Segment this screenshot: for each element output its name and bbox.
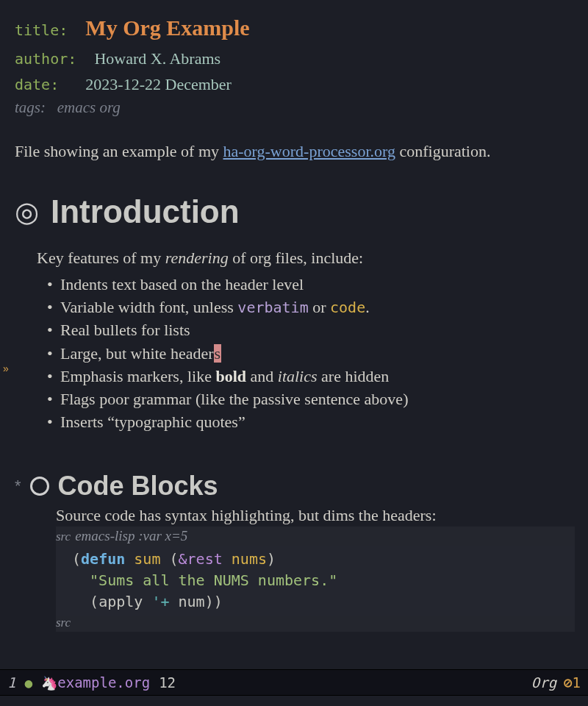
feature-list: Indents text based on the header level V… <box>47 273 575 434</box>
list-item: Large, but white headers <box>47 342 575 365</box>
src-block-end: src <box>56 616 575 632</box>
window-number: 1 <box>7 674 15 691</box>
doc-title: My Org Example <box>85 15 249 40</box>
doc-date: 2023-12-22 December <box>85 75 232 93</box>
heading-code-blocks[interactable]: * Code Blocks <box>15 471 575 502</box>
doc-author: Howard X. Abrams <box>94 49 220 68</box>
section-introduction-body: Key features of my rendering of org file… <box>37 246 575 434</box>
meta-key-title: title <box>15 21 59 39</box>
heading-star-icon: * <box>15 477 21 496</box>
section-code-body: Source code has syntax highlighting, but… <box>56 506 575 632</box>
meta-key-author: author <box>15 50 68 68</box>
verbatim-text: verbatim <box>237 299 308 316</box>
fringe-arrow-icon: » <box>3 363 9 374</box>
heading-introduction[interactable]: ◎ Introduction <box>15 193 575 230</box>
text-cursor: s <box>214 344 222 363</box>
intro-paragraph: File showing an example of my ha-org-wor… <box>15 140 575 163</box>
buffer-filename[interactable]: example.org <box>57 674 150 691</box>
cursor-column: 12 <box>159 674 176 691</box>
list-item: Indents text based on the header level <box>47 273 575 296</box>
heading-bullet-icon: ◎ <box>15 198 39 226</box>
list-item: Flags poor grammar (like the passive sen… <box>47 388 575 410</box>
list-item: Real bullets for lists <box>47 318 575 341</box>
meta-title-line: title: My Org Example <box>15 10 575 46</box>
warning-icon[interactable]: ⊘ <box>564 674 572 691</box>
meta-author-line: author: Howard X. Abrams <box>15 46 575 71</box>
src-block-begin: srcemacs-lisp :var x=5 <box>56 527 575 546</box>
source-code-block[interactable]: (defun sum (&rest nums) "Sums all the NU… <box>56 546 575 616</box>
minibuffer-area[interactable] <box>0 696 588 706</box>
heading-circle-icon <box>30 477 49 496</box>
heading-text: Code Blocks <box>58 471 218 502</box>
list-item: Variable width font, unless verbatim or … <box>47 296 575 318</box>
section-lead: Key features of my rendering of org file… <box>37 246 575 270</box>
meta-date-line: date: 2023-12-22 December <box>15 71 575 97</box>
code-text: code <box>330 299 365 316</box>
list-item: Emphasis markers, like bold and italics … <box>47 365 575 388</box>
meta-tags-line: tags: emacs org <box>15 99 575 117</box>
major-mode[interactable]: Org <box>531 674 556 691</box>
editor-buffer[interactable]: title: My Org Example author: Howard X. … <box>0 0 588 669</box>
config-link[interactable]: ha-org-word-processor.org <box>223 142 395 160</box>
list-item: Inserts “typographic quotes” <box>47 410 575 433</box>
mode-line[interactable]: 1 ● 🦄example.org 12 Org ⊘1 <box>0 669 588 696</box>
warning-count: 1 <box>573 674 581 691</box>
section-lead: Source code has syntax highlighting, but… <box>56 506 575 525</box>
heading-text: Introduction <box>51 193 240 230</box>
meta-key-tags: tags: <box>15 99 46 116</box>
meta-key-date: date <box>15 76 50 93</box>
doc-tags: emacs org <box>57 99 121 116</box>
unicorn-icon: 🦄 <box>41 675 57 691</box>
modified-indicator-icon: ● <box>24 675 32 691</box>
